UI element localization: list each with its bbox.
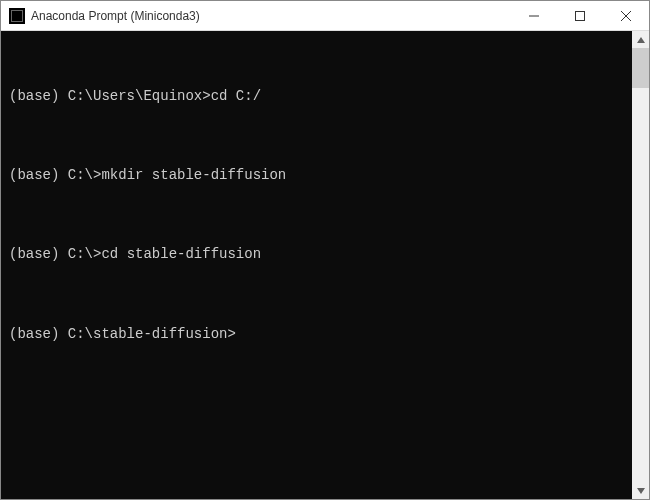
prompt-text: (base) C:\>: [9, 246, 101, 262]
content-area: (base) C:\Users\Equinox>cd C:/ (base) C:…: [1, 31, 649, 499]
scroll-thumb[interactable]: [632, 48, 649, 88]
terminal-line: (base) C:\>mkdir stable-diffusion: [9, 164, 624, 188]
terminal-line: (base) C:\>cd stable-diffusion: [9, 243, 624, 267]
terminal[interactable]: (base) C:\Users\Equinox>cd C:/ (base) C:…: [1, 31, 632, 499]
vertical-scrollbar[interactable]: [632, 31, 649, 499]
command-text: mkdir stable-diffusion: [101, 167, 286, 183]
scroll-track[interactable]: [632, 48, 649, 482]
command-text: cd stable-diffusion: [101, 246, 261, 262]
prompt-text: (base) C:\>: [9, 167, 101, 183]
window-controls: [511, 1, 649, 30]
terminal-line: (base) C:\stable-diffusion>: [9, 323, 624, 347]
prompt-text: (base) C:\Users\Equinox>: [9, 88, 211, 104]
window-frame: Anaconda Prompt (Miniconda3) (base) C:\U…: [0, 0, 650, 500]
maximize-button[interactable]: [557, 1, 603, 30]
app-icon: [9, 8, 25, 24]
svg-marker-5: [637, 488, 645, 494]
close-button[interactable]: [603, 1, 649, 30]
titlebar[interactable]: Anaconda Prompt (Miniconda3): [1, 1, 649, 31]
prompt-text: (base) C:\stable-diffusion>: [9, 326, 236, 342]
command-text: cd C:/: [211, 88, 261, 104]
scroll-down-arrow-icon[interactable]: [632, 482, 649, 499]
scroll-up-arrow-icon[interactable]: [632, 31, 649, 48]
svg-rect-1: [576, 11, 585, 20]
terminal-line: (base) C:\Users\Equinox>cd C:/: [9, 85, 624, 109]
svg-marker-4: [637, 37, 645, 43]
window-title: Anaconda Prompt (Miniconda3): [31, 9, 511, 23]
minimize-button[interactable]: [511, 1, 557, 30]
